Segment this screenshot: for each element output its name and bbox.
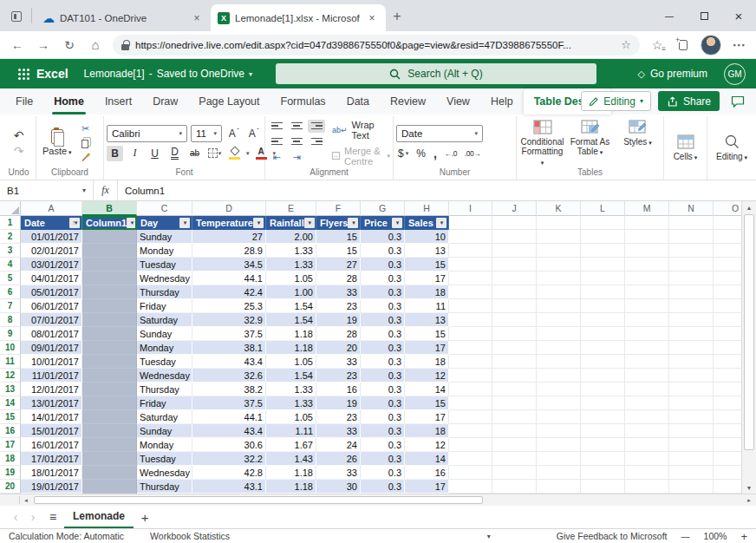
cell-G6[interactable]: 0.3 <box>361 285 405 299</box>
cell-I19[interactable] <box>449 466 492 480</box>
cell-I8[interactable] <box>449 313 492 327</box>
cell-E16[interactable]: 1.11 <box>266 424 316 438</box>
cell-O7[interactable] <box>714 299 741 313</box>
ribbon-tab-formulas[interactable]: Formulas <box>270 88 336 114</box>
cell-M8[interactable] <box>625 313 669 327</box>
strikethrough-button[interactable]: ab <box>186 146 203 161</box>
cell-N4[interactable] <box>669 258 714 272</box>
cell-C12[interactable]: Wednesday <box>137 369 192 383</box>
cell-L6[interactable] <box>581 285 625 299</box>
conditional-formatting-button[interactable]: Conditional Formatting <box>519 118 565 167</box>
cell-M4[interactable] <box>625 258 669 272</box>
cell-D13[interactable]: 38.2 <box>192 383 266 396</box>
cell-L1[interactable] <box>581 216 625 230</box>
ribbon-tab-view[interactable]: View <box>436 88 480 114</box>
cell-K6[interactable] <box>537 285 581 299</box>
cell-A10[interactable]: 09/01/2017 <box>21 341 82 355</box>
cell-I5[interactable] <box>449 272 492 285</box>
cell-C7[interactable]: Friday <box>137 299 192 313</box>
cell-G7[interactable]: 0.3 <box>361 299 405 313</box>
cells-button[interactable]: Cells <box>667 133 704 162</box>
cell-G15[interactable]: 0.3 <box>361 410 405 424</box>
align-bottom-button[interactable] <box>308 120 325 133</box>
cell-B5[interactable] <box>82 272 137 285</box>
cell-D6[interactable]: 42.4 <box>192 285 266 299</box>
cell-O11[interactable] <box>714 355 741 369</box>
cell-L7[interactable] <box>581 299 625 313</box>
row-header-13[interactable]: 13 <box>0 383 21 396</box>
underline-button[interactable]: U <box>147 146 163 161</box>
cell-O6[interactable] <box>714 285 741 299</box>
cell-G16[interactable]: 0.3 <box>361 424 405 438</box>
cell-J6[interactable] <box>492 285 537 299</box>
app-name[interactable]: Excel <box>36 67 68 81</box>
filter-icon-rainfall[interactable]: ▾ <box>304 218 315 228</box>
cell-B11[interactable] <box>82 355 137 369</box>
cell-L12[interactable] <box>581 369 625 383</box>
cell-E4[interactable]: 1.33 <box>266 258 316 272</box>
column-header-H[interactable]: H <box>405 201 449 216</box>
cell-L19[interactable] <box>581 466 625 480</box>
cell-I13[interactable] <box>449 383 492 396</box>
cell-C16[interactable]: Sunday <box>137 424 192 438</box>
cell-H8[interactable]: 13 <box>405 313 449 327</box>
row-header-3[interactable]: 3 <box>0 244 21 258</box>
ribbon-tab-insert[interactable]: Insert <box>94 88 142 114</box>
cell-N15[interactable] <box>669 410 714 424</box>
cell-F2[interactable]: 15 <box>316 230 361 244</box>
cell-G2[interactable]: 0.3 <box>361 230 405 244</box>
cell-B15[interactable] <box>82 410 137 424</box>
zoom-out-button[interactable] <box>681 531 690 541</box>
cell-N20[interactable] <box>669 480 714 494</box>
cell-D16[interactable]: 43.4 <box>192 424 266 438</box>
cell-K4[interactable] <box>537 258 581 272</box>
cell-L16[interactable] <box>581 424 625 438</box>
cell-F5[interactable]: 28 <box>316 272 361 285</box>
cell-I18[interactable] <box>449 452 492 466</box>
cell-B18[interactable] <box>82 452 137 466</box>
cell-A9[interactable]: 08/01/2017 <box>21 327 82 341</box>
column-header-M[interactable]: M <box>625 201 669 216</box>
cell-A15[interactable]: 14/01/2017 <box>21 410 82 424</box>
borders-button[interactable] <box>206 146 223 161</box>
cell-M12[interactable] <box>625 369 669 383</box>
cell-M6[interactable] <box>625 285 669 299</box>
refresh-button[interactable] <box>61 36 78 54</box>
cell-J18[interactable] <box>492 452 537 466</box>
double-underline-button[interactable]: D <box>166 146 183 161</box>
cell-H17[interactable]: 12 <box>405 438 449 452</box>
cell-M9[interactable] <box>625 327 669 341</box>
cell-K15[interactable] <box>537 410 581 424</box>
cell-I15[interactable] <box>449 410 492 424</box>
cell-K14[interactable] <box>537 396 581 410</box>
sheet-tab-lemonade[interactable]: Lemonade <box>64 506 134 528</box>
cell-E14[interactable]: 1.33 <box>266 396 316 410</box>
column-header-F[interactable]: F <box>316 201 361 216</box>
cell-B20[interactable] <box>82 480 137 494</box>
undo-icon[interactable] <box>14 129 24 141</box>
cell-H10[interactable]: 17 <box>405 341 449 355</box>
cell-N9[interactable] <box>669 327 714 341</box>
cell-H16[interactable]: 18 <box>405 424 449 438</box>
feedback-link[interactable]: Give Feedback to Microsoft <box>557 531 668 541</box>
forward-button[interactable] <box>35 36 52 54</box>
close-tab-icon[interactable] <box>190 11 204 25</box>
filter-icon-date[interactable]: ↑▾ <box>69 218 80 228</box>
column-header-K[interactable]: K <box>537 201 581 216</box>
cell-D10[interactable]: 38.1 <box>192 341 266 355</box>
cell-C13[interactable]: Thursday <box>137 383 192 396</box>
cell-I2[interactable] <box>449 230 492 244</box>
cell-I11[interactable] <box>449 355 492 369</box>
fill-color-chevron-icon[interactable] <box>246 150 250 157</box>
cell-D5[interactable]: 44.1 <box>192 272 266 285</box>
cell-J8[interactable] <box>492 313 537 327</box>
cell-H7[interactable]: 11 <box>405 299 449 313</box>
close-tab-icon[interactable] <box>365 11 379 25</box>
row-header-10[interactable]: 10 <box>0 341 21 355</box>
cell-E12[interactable]: 1.54 <box>266 369 316 383</box>
cell-H18[interactable]: 14 <box>405 452 449 466</box>
cell-J5[interactable] <box>492 272 537 285</box>
cell-N19[interactable] <box>669 466 714 480</box>
decrease-decimal-button[interactable]: .00→ <box>465 149 480 158</box>
next-sheet-icon[interactable] <box>24 506 42 528</box>
